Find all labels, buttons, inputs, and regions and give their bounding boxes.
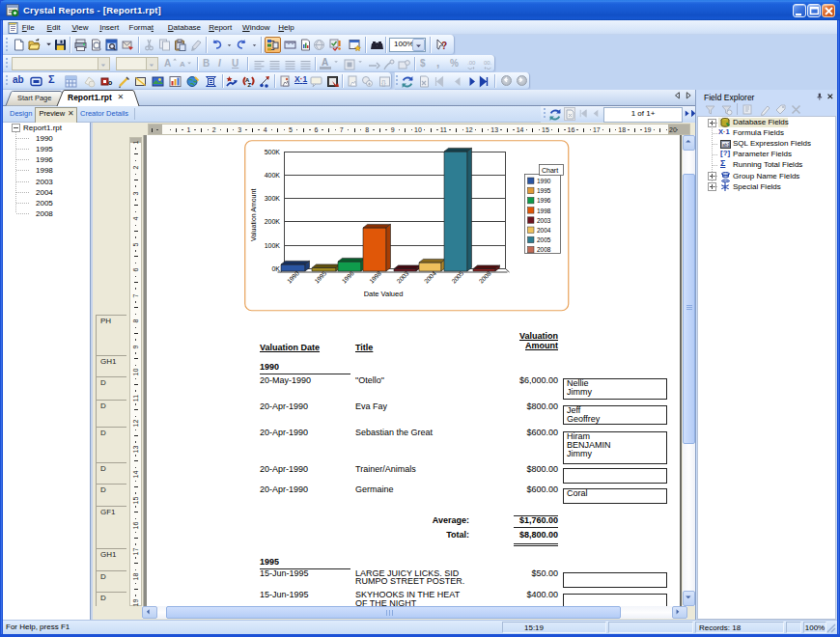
svg-text:100K: 100K [265, 242, 281, 249]
svg-text:2008: 2008 [537, 246, 551, 253]
svg-text:Chart: Chart [542, 167, 558, 174]
svg-text:.00: .00 [467, 60, 476, 66]
svg-text:Z: Z [247, 82, 251, 88]
svg-text:2005: 2005 [537, 236, 551, 243]
svg-text:Valuation Amount: Valuation Amount [250, 189, 257, 241]
svg-text:300K: 300K [265, 195, 281, 202]
svg-text:1998: 1998 [537, 208, 551, 214]
svg-text:1996: 1996 [537, 197, 551, 204]
svg-text:ab1: ab1 [722, 143, 730, 148]
svg-text:400K: 400K [265, 172, 281, 179]
svg-text:2004: 2004 [537, 227, 551, 234]
svg-text:?: ? [441, 41, 447, 51]
svg-text:2003: 2003 [537, 217, 551, 224]
svg-text:Date Valued: Date Valued [364, 290, 404, 298]
svg-text:200K: 200K [265, 218, 281, 225]
svg-text:{}: {} [381, 79, 386, 87]
svg-text:o: o [108, 79, 112, 86]
svg-text:1990: 1990 [537, 178, 551, 184]
svg-text:0K: 0K [271, 265, 280, 272]
svg-text:00.: 00. [484, 60, 492, 66]
svg-text:1995: 1995 [537, 187, 551, 194]
svg-text:500K: 500K [265, 149, 281, 155]
